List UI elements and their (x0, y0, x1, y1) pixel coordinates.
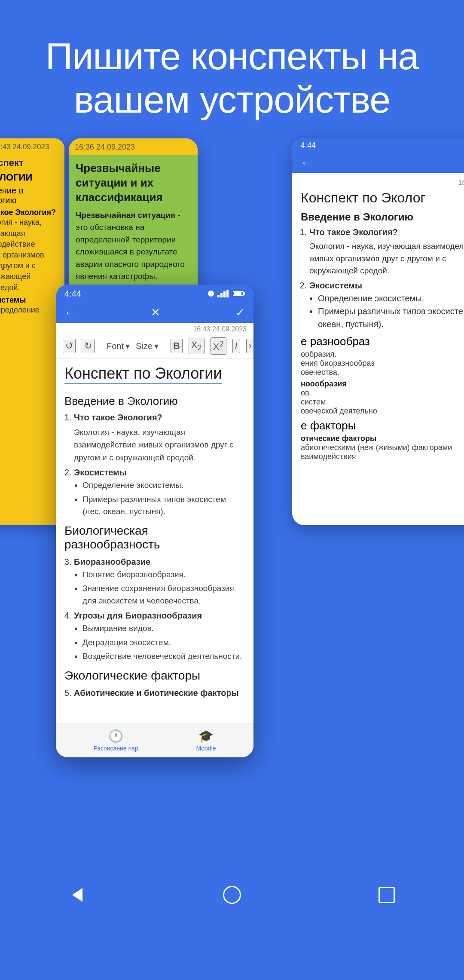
phone-main-status-icons (208, 290, 245, 297)
phone-main-timestamp: 16:43 24.09.2023 (56, 323, 253, 334)
svg-rect-2 (223, 291, 226, 297)
phone-left-text2: учающая (0, 228, 59, 239)
main-item3-bold: Биоразнообразие (74, 557, 150, 567)
phone-right-section2: е разнообраз ообразия. ения биоразнообра… (301, 335, 464, 461)
main-section2-title: Биологическая разнообразность (64, 524, 245, 551)
subscript-button[interactable]: X2 (189, 338, 205, 354)
phone-right-section3-title: е факторы (301, 419, 464, 432)
phone-main-nav-bar: ← ✕ ✓ (56, 303, 253, 323)
main-list-item2: Экосистемы Определение экосистемы. Приме… (74, 466, 245, 518)
font-selector[interactable]: Font ▾ (107, 341, 130, 351)
font-label: Font (107, 341, 124, 351)
main-list-item5: Абиотические и биотические факторы (74, 686, 245, 700)
back-button[interactable] (67, 885, 88, 905)
phone-main-time: 4:44 (64, 289, 81, 299)
phone-right-bio2: ения биоразнообраз (301, 359, 464, 368)
phone-right-time: 4:44 (301, 141, 316, 150)
hero-title: Пишите конспекты на вашем устройстве (17, 34, 447, 121)
schedule-nav-item[interactable]: 🕐 Расписание пар (93, 729, 138, 752)
phone-container: 16:43 24.09.2023 нспект ОЛОГИИ дение в л… (0, 138, 464, 912)
main-bio-sub2: Значение сохранения биоразнообразия для … (82, 582, 245, 607)
moodle-icon: 🎓 (198, 729, 214, 743)
phone-main-bottom-nav: 🕐 Расписание пар 🎓 Moodle (56, 723, 253, 757)
main-note-list: Что такое Экология? Экология - наука, из… (64, 410, 245, 518)
phone-right-vzaim: ваимодействия (301, 452, 464, 461)
size-selector[interactable]: Size ▾ (136, 341, 159, 351)
phone-right-abio-text: абиотическими (неж (живыми) факторами (301, 443, 464, 452)
phone-left-def: определение (0, 305, 59, 315)
main-sub1: Определение экосистемы. (82, 479, 245, 492)
phone-main-back-icon[interactable]: ← (64, 306, 76, 319)
phone-right-section2-title: е разнообраз (301, 335, 464, 348)
font-arrow-icon: ▾ (125, 341, 130, 351)
redo-button[interactable]: ↻ (82, 339, 95, 353)
phone-right-bio1: ообразия. (301, 350, 464, 359)
italic-button[interactable]: I (232, 339, 240, 353)
phone-main-status-dot (208, 291, 214, 297)
main-note-title[interactable]: Конспект по Экологии (64, 364, 222, 384)
size-arrow-icon: ▾ (154, 341, 159, 351)
phone-middle-timestamp: 16:36 24.09.2023 (75, 143, 192, 152)
undo-button[interactable]: ↺ (63, 339, 76, 353)
home-icon (223, 886, 241, 904)
main-section3-title: Экологические факторы (64, 669, 245, 683)
size-label: Size (136, 341, 153, 351)
phone-main-close-icon[interactable]: ✕ (151, 306, 160, 319)
svg-rect-6 (244, 292, 245, 295)
phone-right-item2-bold: Экосистемы (309, 281, 362, 290)
phone-right-sub1: Определение экосистемы. (318, 292, 464, 305)
phone-right-content: 16:43 2 Конспект по Эколог Введение в Эк… (292, 173, 464, 467)
main-sublist: Определение экосистемы. Примеры различны… (74, 479, 245, 518)
main-item4-bold: Угрозы для Биоразнообразия (74, 611, 202, 620)
phone-left-q: такое Экология? (0, 208, 59, 217)
main-item2-bold: Экосистемы (74, 468, 127, 477)
phone-right-back-arrow[interactable]: ← (301, 156, 312, 169)
svg-rect-3 (226, 290, 229, 297)
phone-right: 4:44 ← 16:43 2 Конспект по Эколог Введен… (292, 138, 464, 525)
main-item1-bold: Что такое Экология? (74, 413, 162, 422)
phone-left-text5: с другом и с (0, 260, 59, 271)
phone-middle-header: 16:36 24.09.2023 (69, 138, 198, 155)
schedule-label: Расписание пар (93, 745, 138, 752)
main-ugr-sub3: Воздействие человеческой деятельности. (82, 650, 245, 663)
phone-right-list: Что такое Экология? Экология - наука, из… (301, 226, 464, 331)
phone-right-status-bar: 4:44 (292, 138, 464, 153)
phone-left-text6: ружающей средой. (0, 271, 59, 293)
bold-button[interactable]: B (171, 339, 183, 353)
home-button[interactable] (222, 885, 242, 905)
phone-right-section1: Введение в Экологию Что такое Экология? … (301, 211, 464, 331)
svg-rect-5 (234, 292, 241, 295)
main-sub2: Примеры различных типов экосистем (лес, … (82, 493, 245, 518)
signal-icon (217, 290, 229, 297)
back-icon (72, 888, 82, 902)
phone-main-status-bar: 4:44 (56, 285, 253, 303)
moodle-nav-item[interactable]: 🎓 Moodle (196, 729, 216, 752)
phone-main-content: Конспект по Экологии Введение в Экологию… (56, 358, 253, 754)
recents-button[interactable] (376, 885, 397, 905)
main-ugr-sub2: Деградация экосистем. (82, 637, 245, 649)
phone-right-item1-bold: Что такое Экология? (309, 227, 398, 237)
phone-right-ugr1: ов. (301, 389, 464, 398)
system-nav (0, 878, 464, 912)
phone-right-section1-title: Введение в Экологию (301, 211, 464, 223)
phone-right-item1-text: Экология - наука, изучающая взаимодел жи… (309, 240, 464, 277)
svg-rect-1 (220, 293, 223, 297)
main-note-list3: Абиотические и биотические факторы (64, 686, 245, 700)
main-list-item3: Биоразнообразие Понятие биоразнообразия.… (74, 555, 245, 607)
phone-left-text4: их организмов (0, 250, 59, 260)
superscript-button[interactable]: X2 (211, 337, 226, 354)
phone-left-content: нспект ОЛОГИИ дение в логию такое Эколог… (0, 154, 64, 525)
main-ugr-sub1: Вымирание видов. (82, 622, 245, 635)
phone-right-ugr3: овеческой деятельно (301, 407, 464, 416)
hero-section: Пишите конспекты на вашем устройстве (0, 0, 464, 138)
phone-right-toolbar: ← (292, 153, 464, 173)
phone-left-text3: модействие (0, 239, 59, 250)
phone-main-check-icon[interactable]: ✓ (235, 306, 245, 319)
phone-right-ugr-bold: ноообразия (301, 380, 464, 389)
phone-left-text1: логия - наука, (0, 217, 59, 228)
moodle-label: Moodle (196, 745, 216, 752)
phone-left-ology: ОЛОГИИ (0, 172, 59, 183)
main-bio-sub1: Понятие биоразнообразия. (82, 569, 245, 581)
more-button[interactable]: › (246, 339, 253, 353)
phone-left-intro2: логию (0, 196, 59, 205)
